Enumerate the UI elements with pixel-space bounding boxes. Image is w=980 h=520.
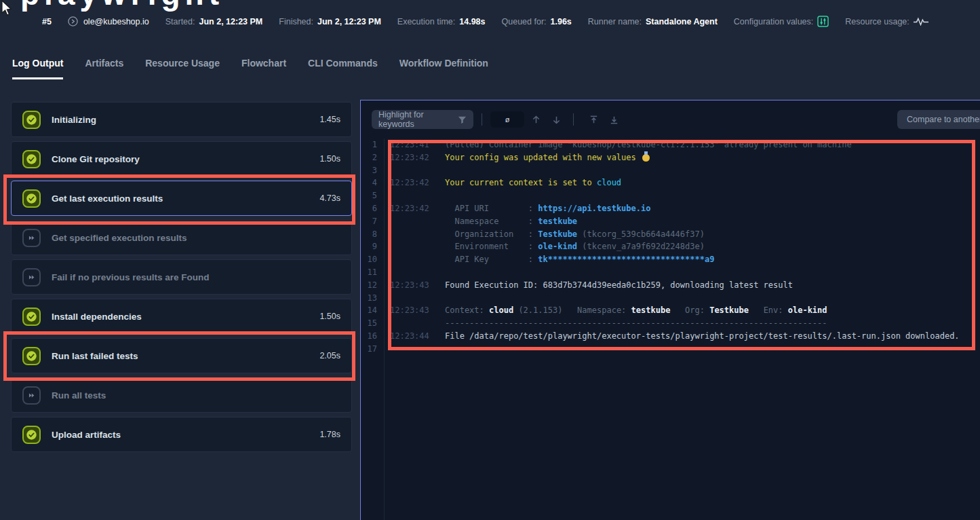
log-line: 13 [361,292,980,305]
meta-label: Started: [165,17,195,26]
meta-value: Jun 2, 12:23 PM [317,17,381,26]
step-label: Run last failed tests [52,351,319,361]
line-number: 17 [364,343,377,356]
meta-pair: Queued for:1.96s [502,16,572,27]
step-item-initializing[interactable]: Initializing1.45s [11,102,352,137]
skip-icon [22,229,41,247]
log-line: 3 [361,164,980,177]
line-number: 14 [364,304,377,317]
sliders-icon[interactable] [817,16,829,27]
meta-value: 14.98s [459,17,485,26]
meta-pair: Runner name:Standalone Agent [588,16,718,27]
scroll-to-bottom-icon[interactable] [605,111,623,128]
step-duration: 1.50s [319,312,340,321]
line-number: 11 [364,266,377,279]
log-output-panel: Highlight for keywords ø Compare to anot… [360,100,980,520]
mouse-cursor-icon [0,0,14,19]
match-count-pill: ø [490,111,524,128]
scroll-to-top-icon[interactable] [585,111,602,128]
check-icon [22,308,41,326]
log-line: 1212:23:43Found Execution ID: 683d7b3744… [361,279,980,292]
step-duration: 1.78s [319,430,340,439]
meta-label: Execution time: [397,17,455,26]
check-icon [22,150,41,168]
tab-log-output[interactable]: Log Output [12,58,63,79]
log-text: Namespace: [562,305,631,315]
meta-pair: Execution time:14.98s [397,16,486,27]
tab-resource-usage[interactable]: Resource Usage [145,58,220,79]
check-icon [22,111,41,129]
log-timestamp: 12:23:43 [390,279,429,292]
log-line: 112:23:41(Pulled) Container image "kubes… [361,138,980,151]
log-text: https://api.testkube.io [538,204,650,213]
meta-pair: Started:Jun 2, 12:23 PM [165,16,263,27]
step-item-get-specified-execution-results[interactable]: Get specified execution results [11,220,352,255]
prev-match-button[interactable] [527,111,545,128]
log-text: Environment : [445,242,538,251]
step-item-install-dependencies[interactable]: Install dependencies1.50s [11,299,352,334]
log-timestamp: 12:23:44 [390,330,429,343]
activity-icon[interactable] [914,17,928,26]
user-email: ole@kubeshop.io [83,17,149,26]
log-timestamp: 12:23:43 [390,304,429,317]
log-line: 15--------------------------------------… [361,317,980,330]
log-line: 612:23:42 API URI : https://api.testkube… [361,202,980,215]
tab-cli-commands[interactable]: CLI Commands [308,58,378,79]
next-match-button[interactable] [547,111,565,128]
highlight-keywords-select[interactable]: Highlight for keywords [372,110,473,129]
line-number: 15 [364,317,377,330]
step-item-run-last-failed-tests[interactable]: Run last failed tests2.05s [11,338,352,373]
skip-icon [22,268,41,286]
line-number: 5 [364,189,377,202]
log-text: Testkube [709,305,749,315]
tab-flowchart[interactable]: Flowchart [241,58,286,79]
line-number: 1 [364,138,377,151]
match-count: ø [505,115,510,124]
step-item-fail-if-no-previous-results-are-found[interactable]: Fail if no previous results are Found [11,259,352,295]
step-label: Run all tests [52,390,340,401]
log-text: testkube [538,217,577,226]
tab-bar: Log OutputArtifactsResource UsageFlowcha… [12,58,488,79]
log-text: tk********************************a9 [538,255,714,264]
log-text: Testkube [538,229,577,239]
tab-artifacts[interactable]: Artifacts [85,58,123,79]
log-text: Env: [749,305,788,315]
meta-pair: Configuration values: [734,16,829,27]
step-item-get-last-execution-results[interactable]: Get last execution results4.73s [11,181,352,216]
step-duration: 1.50s [319,154,340,164]
step-item-run-all-tests[interactable]: Run all tests [11,377,352,413]
step-item-upload-artifacts[interactable]: Upload artifacts1.78s [11,417,352,452]
log-line: 1612:23:44File /data/repo/test/playwrigh… [361,330,980,343]
step-label: Get last execution results [52,193,319,204]
log-timestamp: 12:23:42 [390,202,429,215]
meta-label: Queued for: [502,17,547,26]
line-number: 3 [364,164,377,177]
line-number: 10 [364,253,377,266]
log-text: (tkcorg_539cb664a4446f37) [577,229,705,239]
meta-value: 1.96s [551,17,572,26]
step-item-clone-git-repository[interactable]: Clone Git repository1.50s [11,141,352,177]
log-text: API URI : [445,204,538,213]
execution-number: #5 [42,17,52,26]
toolbar-divider [482,113,482,126]
page-title-clipped: playwright [20,0,224,12]
log-timestamp: 12:23:41 [390,138,429,151]
log-line: 212:23:42Your config was updated with ne… [361,151,980,164]
log-toolbar: Highlight for keywords ø Compare to anot… [361,100,980,138]
tab-workflow-definition[interactable]: Workflow Definition [399,58,488,79]
log-line: 9 Environment : ole-kind (tkcenv_a7a9f69… [361,240,980,253]
line-number: 7 [364,215,377,228]
filter-funnel-icon [458,115,467,124]
log-text: ole-kind [538,242,577,251]
log-text: API Key : [445,255,538,264]
meta-label: Configuration values: [734,17,813,26]
log-timestamp: 12:23:42 [390,177,429,189]
log-line: 8 Organization : Testkube (tkcorg_539cb6… [361,228,980,241]
compare-to-another-execution-button[interactable]: Compare to another exe [897,110,980,129]
log-line: 5 [361,189,980,202]
log-text: Org: [670,305,709,315]
execution-meta-bar: #5 ole@kubeshop.io Started:Jun 2, 12:23 … [42,16,980,27]
skip-icon [22,386,41,405]
step-label: Initializing [52,115,319,125]
check-icon [22,189,41,208]
